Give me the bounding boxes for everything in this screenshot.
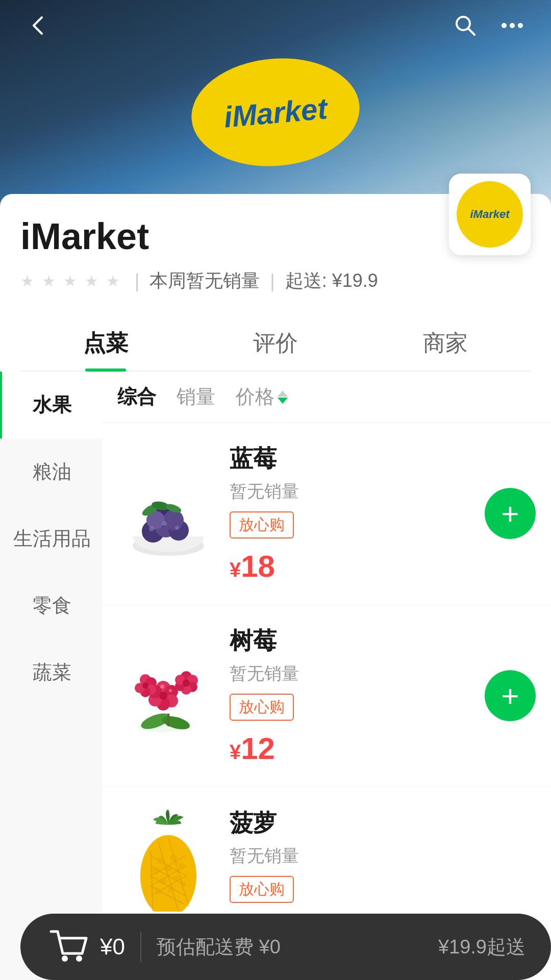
blueberry-price-symbol: ¥ <box>230 558 241 581</box>
sort-bar: 综合 销量 价格 <box>102 372 551 423</box>
sort-sales[interactable]: 销量 <box>177 384 215 410</box>
svg-point-14 <box>175 526 179 530</box>
cart-icon <box>46 924 92 970</box>
svg-point-57 <box>152 867 159 874</box>
store-name: iMarket <box>20 214 149 258</box>
svg-point-56 <box>170 854 177 862</box>
svg-point-29 <box>160 684 164 689</box>
raspberry-price: ¥12 <box>230 731 474 766</box>
blueberry-image <box>117 462 219 565</box>
pineapple-sales: 暂无销量 <box>230 844 525 868</box>
nav-right-actions <box>447 7 531 44</box>
sort-comprehensive[interactable]: 综合 <box>117 384 156 410</box>
tab-order[interactable]: 点菜 <box>20 314 190 371</box>
blueberry-sales: 暂无销量 <box>230 480 474 503</box>
raspberry-badge: 放心购 <box>230 694 294 721</box>
cart-amount: ¥0 <box>100 934 125 960</box>
store-tabs: 点菜 评价 商家 <box>20 314 531 372</box>
svg-point-64 <box>180 881 185 886</box>
cart-delivery-fee: 预估配送费 ¥0 <box>157 934 438 960</box>
svg-point-60 <box>160 877 167 885</box>
svg-point-10 <box>163 510 184 530</box>
tab-review[interactable]: 评价 <box>190 314 360 371</box>
star-3: ★ <box>63 272 82 290</box>
sort-price[interactable]: 价格 <box>236 384 288 410</box>
category-veg[interactable]: 蔬菜 <box>0 639 102 706</box>
svg-point-61 <box>173 875 179 881</box>
svg-point-12 <box>149 526 154 531</box>
raspberry-price-symbol: ¥ <box>230 741 241 763</box>
svg-point-65 <box>62 955 68 962</box>
cart-bar[interactable]: ¥0 预估配送费 ¥0 ¥19.9起送 <box>20 914 551 980</box>
svg-point-43 <box>142 682 148 689</box>
store-logo-inner: iMarket <box>457 181 523 248</box>
category-sidebar: 水果 粮油 生活用品 零食 蔬菜 <box>0 372 102 980</box>
svg-point-62 <box>155 888 161 894</box>
blueberry-price: ¥18 <box>230 549 474 584</box>
svg-point-28 <box>159 692 167 700</box>
category-daily[interactable]: 生活用品 <box>0 505 102 572</box>
search-button[interactable] <box>447 7 484 44</box>
blueberry-info: 蓝莓 暂无销量 放心购 ¥18 <box>219 443 485 584</box>
cart-min-order: ¥19.9起送 <box>438 934 525 960</box>
raspberry-image <box>117 645 219 747</box>
svg-point-44 <box>140 835 196 912</box>
star-5: ★ <box>106 272 124 290</box>
svg-point-13 <box>162 521 167 526</box>
top-navigation <box>0 0 551 51</box>
cart-divider <box>140 932 141 962</box>
product-pineapple: 菠萝 暂无销量 放心购 <box>102 787 551 934</box>
content-area: 水果 粮油 生活用品 零食 蔬菜 综合 销量 价格 <box>0 372 551 980</box>
category-grain[interactable]: 粮油 <box>0 438 102 505</box>
store-logo-text: iMarket <box>470 208 509 221</box>
svg-point-63 <box>168 886 174 892</box>
store-header: iMarket iMarket <box>20 214 531 258</box>
category-fruit[interactable]: 水果 <box>0 372 102 438</box>
raspberry-info: 树莓 暂无销量 放心购 ¥12 <box>219 625 485 766</box>
min-delivery-text: 起送: ¥19.9 <box>285 268 378 293</box>
blueberry-add-button[interactable]: + <box>485 488 536 539</box>
svg-point-2 <box>510 23 515 28</box>
tab-merchant[interactable]: 商家 <box>361 314 531 371</box>
star-1: ★ <box>20 272 39 290</box>
store-meta: ★ ★ ★ ★ ★ | 本周暂无销量 | 起送: ¥19.9 <box>20 268 531 293</box>
product-area: 综合 销量 价格 <box>102 372 551 980</box>
weekly-sales-text: 本周暂无销量 <box>149 268 260 293</box>
raspberry-sales: 暂无销量 <box>230 662 474 685</box>
pineapple-badge: 放心购 <box>230 876 294 903</box>
blueberry-name: 蓝莓 <box>230 443 474 475</box>
pineapple-image <box>117 810 219 912</box>
store-logo-badge: iMarket <box>449 174 531 255</box>
raspberry-add-button[interactable]: + <box>485 670 536 721</box>
blueberry-badge: 放心购 <box>230 511 294 538</box>
divider-1: | <box>135 271 139 292</box>
category-snack[interactable]: 零食 <box>0 572 102 639</box>
more-button[interactable] <box>494 7 531 44</box>
pineapple-info: 菠萝 暂无销量 放心购 <box>219 807 536 913</box>
divider-2: | <box>270 271 274 292</box>
raspberry-name: 树莓 <box>230 625 474 657</box>
svg-point-37 <box>183 679 190 687</box>
rating-stars: ★ ★ ★ ★ ★ <box>20 272 124 290</box>
price-sort-arrows <box>278 390 288 404</box>
arrow-up-icon <box>278 390 288 397</box>
svg-point-59 <box>178 863 184 869</box>
svg-point-3 <box>518 23 523 28</box>
svg-point-66 <box>76 955 82 962</box>
svg-point-58 <box>165 865 172 872</box>
svg-point-30 <box>169 689 172 692</box>
svg-point-1 <box>502 23 507 28</box>
svg-point-55 <box>157 857 164 864</box>
star-2: ★ <box>42 272 60 290</box>
arrow-down-icon <box>278 398 288 404</box>
product-blueberry: 蓝莓 暂无销量 放心购 ¥18 + <box>102 423 551 605</box>
back-button[interactable] <box>20 7 57 44</box>
star-4: ★ <box>85 272 103 290</box>
product-raspberry: 树莓 暂无销量 放心购 ¥12 + <box>102 605 551 787</box>
pineapple-name: 菠萝 <box>230 807 525 839</box>
store-card: iMarket iMarket ★ ★ ★ ★ ★ | 本周暂无销量 | 起送:… <box>0 194 551 372</box>
